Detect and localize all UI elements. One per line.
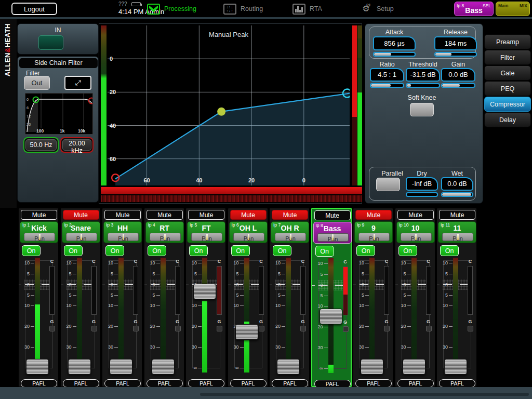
gain-slider[interactable]	[441, 83, 475, 88]
fader-knob[interactable]	[110, 359, 132, 375]
mute-button[interactable]: Mute	[314, 210, 351, 220]
hpf-frequency-button[interactable]: 50.0 Hz	[23, 137, 59, 153]
pafl-button[interactable]: PAFL	[355, 379, 392, 388]
ratio-value[interactable]: 4.5 : 1	[370, 68, 404, 82]
tab-routing[interactable]: ↓↑↓↑↓↑ Routing	[223, 2, 263, 16]
channel-name-box[interactable]: Ip 11 11 Pan	[438, 221, 476, 243]
filter-out-button[interactable]: Out	[24, 76, 50, 90]
strip-scrollbar[interactable]	[200, 393, 529, 396]
pan-slider[interactable]: Pan	[442, 233, 473, 241]
pafl-button[interactable]: PAFL	[188, 379, 224, 388]
on-button[interactable]: On	[440, 245, 459, 256]
menu-compressor[interactable]: Compressor	[484, 97, 531, 112]
fader-knob[interactable]	[361, 359, 383, 375]
mute-button[interactable]: Mute	[63, 210, 99, 220]
on-button[interactable]: On	[189, 245, 208, 256]
pan-slider[interactable]: Pan	[66, 233, 97, 241]
pan-slider[interactable]: Pan	[150, 233, 181, 241]
menu-preamp[interactable]: Preamp	[484, 34, 531, 49]
channel-name-box[interactable]: Ip 1 Kick Pan	[20, 221, 58, 243]
on-button[interactable]: On	[22, 245, 41, 256]
tab-setup[interactable]: ⚙⚙ Setup	[360, 2, 394, 16]
on-button[interactable]: On	[273, 245, 291, 256]
fader-knob[interactable]	[277, 359, 300, 375]
menu-peq[interactable]: PEQ	[484, 81, 531, 96]
release-value[interactable]: 184 ms	[434, 36, 477, 50]
fader-knob[interactable]	[320, 309, 342, 324]
threshold-value[interactable]: -31.5 dB	[406, 68, 440, 82]
on-button[interactable]: On	[148, 245, 166, 256]
channel-name-box[interactable]: Ip 7 OH R Pan	[271, 221, 309, 243]
tab-processing[interactable]: Processing	[147, 2, 196, 16]
mute-button[interactable]: Mute	[355, 210, 392, 220]
pan-slider[interactable]: Pan	[233, 233, 264, 241]
soft-knee-button[interactable]	[410, 103, 434, 116]
on-button[interactable]: On	[64, 245, 83, 256]
on-button[interactable]: On	[231, 245, 250, 256]
expand-icon[interactable]: ⤢	[64, 76, 91, 90]
mute-button[interactable]: Mute	[188, 210, 224, 220]
mute-button[interactable]: Mute	[397, 210, 434, 220]
fader-knob[interactable]	[403, 359, 425, 375]
pan-slider[interactable]: Pan	[24, 233, 55, 241]
pan-slider[interactable]: Pan	[401, 233, 432, 241]
pan-slider[interactable]: Pan	[191, 233, 222, 241]
wet-slider[interactable]	[441, 192, 473, 197]
on-button[interactable]: On	[315, 246, 334, 257]
pafl-button[interactable]: PAFL	[104, 379, 141, 388]
pafl-button[interactable]: PAFL	[21, 379, 57, 388]
ratio-slider[interactable]	[370, 83, 404, 88]
sidechain-filter-graph[interactable]: 0 6 12 20 100 1k 10k	[25, 93, 93, 135]
parallel-button[interactable]	[376, 178, 400, 191]
logout-button[interactable]: Logout	[11, 3, 57, 15]
menu-filter[interactable]: Filter	[484, 50, 531, 65]
compressor-curve-plot[interactable]: 60402000204060 Manual Peak	[108, 25, 350, 185]
dry-value[interactable]: -Inf dB	[406, 177, 438, 191]
pafl-button[interactable]: PAFL	[147, 379, 183, 388]
on-button[interactable]: On	[356, 245, 375, 256]
on-button[interactable]: On	[105, 245, 124, 256]
lpf-frequency-button[interactable]: 20.00 kHz	[60, 137, 94, 153]
fader-knob[interactable]	[193, 284, 216, 299]
pan-slider[interactable]: Pan	[317, 233, 349, 242]
attack-slider[interactable]	[373, 52, 416, 57]
threshold-slider[interactable]	[406, 83, 440, 88]
gain-value[interactable]: 0.0 dB	[441, 68, 475, 82]
pafl-button[interactable]: PAFL	[397, 379, 434, 388]
dry-slider[interactable]	[406, 192, 438, 197]
mute-button[interactable]: Mute	[147, 210, 183, 220]
release-slider[interactable]	[434, 52, 477, 57]
mute-button[interactable]: Mute	[272, 210, 308, 220]
on-button[interactable]: On	[398, 245, 417, 256]
channel-name-box[interactable]: Ip 8 Bass Pan	[313, 222, 352, 244]
mute-button[interactable]: Mute	[230, 210, 267, 220]
channel-name-box[interactable]: Ip 2 Snare Pan	[62, 221, 100, 243]
pafl-button[interactable]: PAFL	[63, 379, 99, 388]
mute-button[interactable]: Mute	[21, 210, 57, 220]
menu-gate[interactable]: Gate	[484, 65, 531, 81]
channel-name-box[interactable]: Ip 4 RT Pan	[145, 221, 184, 243]
fader-knob[interactable]	[444, 359, 467, 375]
fader-knob[interactable]	[26, 359, 49, 375]
fader-knob[interactable]	[68, 359, 91, 375]
pan-slider[interactable]: Pan	[275, 233, 306, 241]
main-mix-button[interactable]: Main MIX	[496, 2, 530, 16]
mute-button[interactable]: Mute	[104, 210, 141, 220]
pafl-button[interactable]: PAFL	[439, 379, 475, 388]
channel-name-box[interactable]: Ip 6 OH L Pan	[229, 221, 268, 243]
attack-value[interactable]: 856 µs	[373, 36, 416, 50]
comp-in-button[interactable]	[38, 35, 63, 50]
pan-slider[interactable]: Pan	[108, 233, 139, 241]
pafl-button[interactable]: PAFL	[230, 379, 267, 388]
channel-name-box[interactable]: Ip 9 9 Pan	[354, 221, 393, 243]
tab-rta[interactable]: RTA	[292, 2, 322, 16]
mute-button[interactable]: Mute	[439, 210, 475, 220]
selected-channel-button[interactable]: Ip 8 SEL Bass	[454, 2, 494, 16]
channel-name-box[interactable]: Ip 3 HH Pan	[103, 221, 142, 243]
channel-name-box[interactable]: Ip 10 10 Pan	[396, 221, 435, 243]
pafl-button[interactable]: PAFL	[272, 379, 308, 388]
pan-slider[interactable]: Pan	[358, 233, 390, 241]
fader-knob[interactable]	[152, 359, 175, 375]
channel-name-box[interactable]: Ip 5 FT Pan	[187, 221, 225, 243]
wet-value[interactable]: 0.0 dB	[441, 177, 473, 191]
